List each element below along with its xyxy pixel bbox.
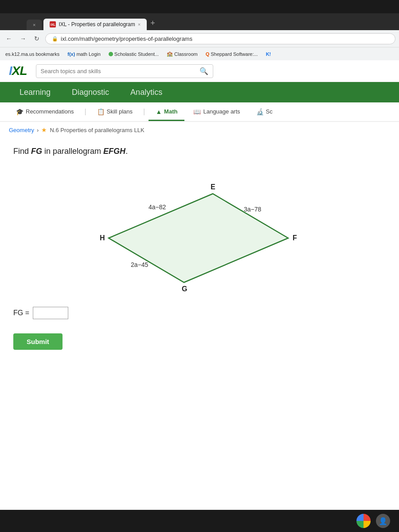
bookmark-k-label: K! [266, 51, 271, 57]
bookmark-k12[interactable]: es.k12.ma.us bookmarks [4, 51, 61, 58]
parallelogram-figure: E F G H 4a−82 3a−78 2a−45 [75, 169, 324, 293]
side-ef-label: 3a−78 [244, 206, 262, 213]
tab-active[interactable]: IXL IXL - Properties of parallelogram × [43, 19, 147, 30]
skill-plans-icon: 📋 [97, 108, 105, 115]
address-bar[interactable]: 🔒 ixl.com/math/geometry/properties-of-pa… [45, 33, 395, 44]
address-text: ixl.com/math/geometry/properties-of-para… [61, 35, 192, 42]
tab-close-button[interactable]: × [138, 22, 141, 27]
nav-back-button[interactable]: ← [4, 34, 14, 43]
side-hg-label: 2a−45 [131, 261, 149, 268]
breadcrumb-skill: N.6 Properties of parallelograms LLK [50, 127, 144, 133]
nav-refresh-button[interactable]: ↻ [32, 34, 42, 43]
problem-title-name: EFGH [103, 147, 125, 156]
sub-nav-math[interactable]: ▲ Math [149, 104, 184, 121]
page-content: IXL 🔍 Learning Diagnostic Analytics 🎓 Re… [0, 60, 399, 510]
vertex-g-label: G [182, 285, 187, 293]
vertex-e-label: E [211, 183, 215, 191]
fg-answer-row: FG = [13, 307, 386, 319]
vertex-h-label: H [100, 234, 105, 242]
desktop-top-bar [0, 0, 399, 13]
tab-active-label: IXL - Properties of parallelogram [59, 21, 135, 27]
nav-tabs-bar: Learning Diagnostic Analytics [0, 82, 399, 102]
recommendations-icon: 🎓 [16, 108, 23, 115]
language-arts-icon: 📖 [193, 108, 201, 115]
breadcrumb-geometry-link[interactable]: Geometry [9, 127, 34, 133]
sub-nav-science[interactable]: 🔬 Sc [249, 104, 280, 121]
sub-nav-language-arts[interactable]: 📖 Language arts [186, 104, 247, 121]
sub-nav-skill-plans[interactable]: 📋 Skill plans [90, 104, 140, 121]
math-triangle-icon: ▲ [156, 108, 162, 115]
user-icon[interactable]: 👤 [376, 514, 390, 528]
bookmark-sheppard[interactable]: Q Sheppard Software:... [204, 51, 260, 58]
tab-add-button[interactable]: + [147, 19, 159, 28]
submit-button[interactable]: Submit [13, 333, 63, 350]
search-bar[interactable]: 🔍 [36, 64, 213, 78]
ixl-logo-i: I [9, 64, 12, 78]
vertex-f-label: F [293, 234, 297, 242]
breadcrumb-separator: › [37, 127, 39, 133]
ixl-logo: IXL [9, 64, 27, 78]
problem-title-suffix: in parallelogram [42, 147, 103, 156]
nav-forward-button[interactable]: → [18, 34, 28, 43]
tab-diagnostic[interactable]: Diagnostic [61, 83, 120, 102]
lock-icon: 🔒 [52, 36, 58, 42]
problem-title-period: . [125, 147, 128, 156]
tab-bar: × IXL IXL - Properties of parallelogram … [0, 13, 399, 30]
science-icon: 🔬 [256, 108, 264, 115]
sub-nav-math-label: Math [164, 108, 177, 115]
bookmark-scholastic-label: Scholastic Student... [114, 51, 159, 57]
sub-nav-recommendations[interactable]: 🎓 Recommendations [9, 104, 81, 121]
sub-nav-language-arts-label: Language arts [203, 108, 240, 115]
search-icon[interactable]: 🔍 [200, 67, 208, 75]
search-input[interactable] [41, 68, 196, 74]
tab-favicon: IXL [50, 21, 56, 27]
bookmark-k-btn[interactable]: K! [264, 51, 273, 58]
ixl-logo-xl: XL [12, 64, 27, 78]
sheppard-icon: Q [206, 51, 210, 57]
tab-diagnostic-label: Diagnostic [72, 88, 109, 97]
scholastic-dot [109, 52, 113, 56]
fg-answer-input[interactable] [33, 307, 68, 319]
sub-nav-divider-2: | [141, 108, 147, 116]
problem-title-variable: FG [31, 147, 42, 156]
bookmark-k12-label: es.k12.ma.us bookmarks [5, 51, 59, 57]
problem-title-prefix: Find [13, 147, 31, 156]
bottom-taskbar: 👤 [0, 510, 399, 532]
breadcrumb-star-icon: ★ [41, 126, 47, 133]
tab-inactive[interactable]: × [27, 20, 42, 30]
bookmark-classroom-label: Classroom [174, 51, 198, 57]
bookmarks-bar: es.k12.ma.us bookmarks f(x) math Login S… [0, 47, 399, 60]
fg-label-text: FG = [13, 309, 29, 317]
problem-title: Find FG in parallelogram EFGH. [13, 147, 386, 156]
bookmark-math-label: math Login [76, 51, 100, 57]
tab-learning-label: Learning [20, 88, 51, 97]
tab-learning[interactable]: Learning [9, 83, 61, 102]
bookmark-sheppard-label: Sheppard Software:... [211, 51, 258, 57]
bookmark-scholastic[interactable]: Scholastic Student... [107, 51, 160, 58]
ixl-header: IXL 🔍 [0, 60, 399, 82]
problem-area: Find FG in parallelogram EFGH. E F G H 4… [0, 138, 399, 359]
tab-inactive-label: × [33, 22, 35, 27]
sub-nav-divider-1: | [82, 108, 88, 116]
chrome-icon[interactable] [356, 514, 371, 528]
tab-analytics-label: Analytics [130, 88, 162, 97]
sub-nav: 🎓 Recommendations | 📋 Skill plans | ▲ Ma… [0, 102, 399, 122]
sub-nav-skill-plans-label: Skill plans [107, 108, 133, 115]
sub-nav-science-label: Sc [266, 108, 273, 115]
figure-container: E F G H 4a−82 3a−78 2a−45 [75, 169, 324, 293]
bookmark-classroom[interactable]: 🏫 Classroom [165, 50, 200, 58]
classroom-icon: 🏫 [167, 51, 173, 57]
tab-analytics[interactable]: Analytics [120, 83, 173, 102]
side-eh-label: 4a−82 [149, 203, 166, 211]
sub-nav-recommendations-label: Recommendations [26, 108, 74, 115]
breadcrumb: Geometry › ★ N.6 Properties of parallelo… [0, 122, 399, 138]
address-bar-row: ← → ↻ 🔒 ixl.com/math/geometry/properties… [0, 30, 399, 47]
math-login-icon: f(x) [67, 51, 75, 57]
bookmark-math-login[interactable]: f(x) math Login [66, 51, 102, 58]
